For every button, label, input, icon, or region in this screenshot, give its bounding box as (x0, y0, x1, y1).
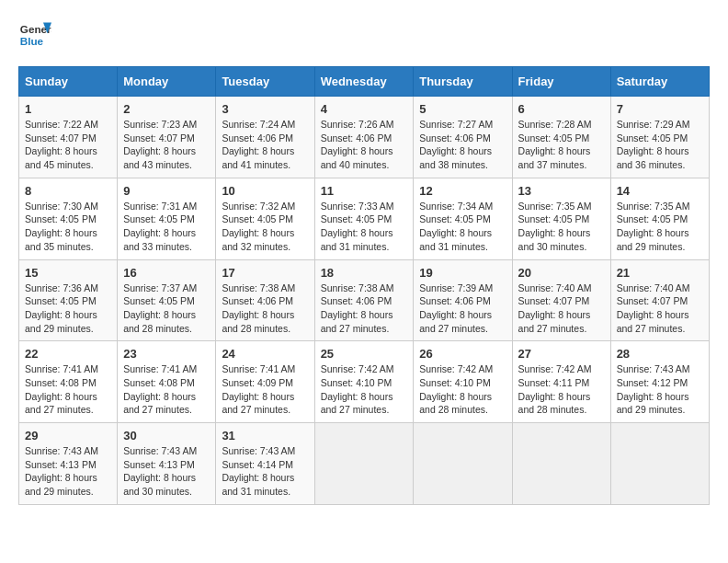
header-day: Tuesday (216, 67, 314, 97)
day-number: 15 (25, 266, 111, 280)
logo: General Blue (18, 18, 51, 52)
day-info: Sunrise: 7:34 AMSunset: 4:05 PMDaylight:… (419, 200, 506, 254)
day-number: 23 (123, 347, 210, 361)
calendar-day-cell: 25Sunrise: 7:42 AMSunset: 4:10 PMDayligh… (314, 341, 414, 423)
header-day: Saturday (610, 67, 709, 97)
calendar-day-cell: 6Sunrise: 7:28 AMSunset: 4:05 PMDaylight… (512, 97, 610, 178)
calendar-day-cell (314, 423, 414, 505)
header-day: Monday (118, 67, 216, 97)
calendar-day-cell (610, 423, 709, 505)
day-number: 1 (25, 102, 111, 116)
day-number: 17 (222, 266, 308, 280)
day-number: 3 (222, 102, 308, 116)
calendar-day-cell: 5Sunrise: 7:27 AMSunset: 4:06 PMDaylight… (414, 97, 512, 178)
day-info: Sunrise: 7:43 AMSunset: 4:13 PMDaylight:… (123, 444, 210, 499)
day-info: Sunrise: 7:40 AMSunset: 4:07 PMDaylight:… (518, 282, 605, 336)
calendar-day-cell: 28Sunrise: 7:43 AMSunset: 4:12 PMDayligh… (610, 341, 709, 423)
day-info: Sunrise: 7:30 AMSunset: 4:05 PMDaylight:… (25, 200, 111, 254)
day-info: Sunrise: 7:33 AMSunset: 4:05 PMDaylight:… (321, 200, 408, 254)
day-info: Sunrise: 7:41 AMSunset: 4:09 PMDaylight:… (222, 362, 308, 417)
day-number: 9 (123, 184, 210, 198)
header-day: Sunday (19, 67, 118, 97)
day-number: 6 (518, 102, 605, 116)
calendar-day-cell: 13Sunrise: 7:35 AMSunset: 4:05 PMDayligh… (512, 178, 610, 259)
day-info: Sunrise: 7:35 AMSunset: 4:05 PMDaylight:… (518, 200, 605, 254)
calendar-day-cell: 21Sunrise: 7:40 AMSunset: 4:07 PMDayligh… (610, 259, 709, 341)
day-info: Sunrise: 7:31 AMSunset: 4:05 PMDaylight:… (123, 200, 210, 254)
calendar-day-cell: 20Sunrise: 7:40 AMSunset: 4:07 PMDayligh… (512, 259, 610, 341)
header-day: Thursday (414, 67, 512, 97)
day-number: 27 (518, 347, 605, 361)
day-number: 26 (419, 347, 506, 361)
day-number: 10 (222, 184, 308, 198)
calendar-day-cell: 24Sunrise: 7:41 AMSunset: 4:09 PMDayligh… (216, 341, 314, 423)
day-number: 13 (518, 184, 605, 198)
day-info: Sunrise: 7:35 AMSunset: 4:05 PMDaylight:… (617, 200, 703, 254)
day-info: Sunrise: 7:42 AMSunset: 4:11 PMDaylight:… (518, 362, 605, 417)
day-number: 11 (321, 184, 408, 198)
calendar-day-cell: 8Sunrise: 7:30 AMSunset: 4:05 PMDaylight… (19, 178, 118, 259)
calendar-day-cell: 7Sunrise: 7:29 AMSunset: 4:05 PMDaylight… (610, 97, 709, 178)
calendar-day-cell: 9Sunrise: 7:31 AMSunset: 4:05 PMDaylight… (118, 178, 216, 259)
calendar-day-cell: 29Sunrise: 7:43 AMSunset: 4:13 PMDayligh… (19, 423, 118, 505)
calendar-day-cell: 2Sunrise: 7:23 AMSunset: 4:07 PMDaylight… (118, 97, 216, 178)
day-number: 21 (617, 266, 703, 280)
day-info: Sunrise: 7:41 AMSunset: 4:08 PMDaylight:… (25, 362, 111, 417)
day-info: Sunrise: 7:36 AMSunset: 4:05 PMDaylight:… (25, 282, 111, 336)
calendar-header: SundayMondayTuesdayWednesdayThursdayFrid… (19, 67, 710, 97)
day-number: 18 (321, 266, 408, 280)
calendar-day-cell: 30Sunrise: 7:43 AMSunset: 4:13 PMDayligh… (118, 423, 216, 505)
page-header: General Blue (18, 18, 710, 52)
day-info: Sunrise: 7:41 AMSunset: 4:08 PMDaylight:… (123, 362, 210, 417)
day-number: 24 (222, 347, 308, 361)
calendar-day-cell: 22Sunrise: 7:41 AMSunset: 4:08 PMDayligh… (19, 341, 118, 423)
day-number: 5 (419, 102, 506, 116)
calendar-day-cell (512, 423, 610, 505)
day-info: Sunrise: 7:42 AMSunset: 4:10 PMDaylight:… (321, 362, 408, 417)
svg-text:Blue: Blue (20, 35, 44, 47)
calendar-day-cell: 18Sunrise: 7:38 AMSunset: 4:06 PMDayligh… (314, 259, 414, 341)
day-number: 14 (617, 184, 703, 198)
calendar-week-row: 15Sunrise: 7:36 AMSunset: 4:05 PMDayligh… (19, 259, 710, 341)
day-number: 7 (617, 102, 703, 116)
day-number: 31 (222, 429, 308, 442)
day-info: Sunrise: 7:37 AMSunset: 4:05 PMDaylight:… (123, 282, 210, 336)
calendar-day-cell: 12Sunrise: 7:34 AMSunset: 4:05 PMDayligh… (414, 178, 512, 259)
header-day: Wednesday (314, 67, 414, 97)
day-info: Sunrise: 7:23 AMSunset: 4:07 PMDaylight:… (123, 118, 210, 172)
day-info: Sunrise: 7:22 AMSunset: 4:07 PMDaylight:… (25, 118, 111, 172)
day-info: Sunrise: 7:42 AMSunset: 4:10 PMDaylight:… (419, 362, 506, 417)
day-info: Sunrise: 7:40 AMSunset: 4:07 PMDaylight:… (617, 282, 703, 336)
header-day: Friday (512, 67, 610, 97)
day-number: 28 (617, 347, 703, 361)
day-number: 4 (321, 102, 408, 116)
logo-icon: General Blue (18, 18, 51, 52)
calendar-day-cell: 17Sunrise: 7:38 AMSunset: 4:06 PMDayligh… (216, 259, 314, 341)
day-number: 8 (25, 184, 111, 198)
day-number: 2 (123, 102, 210, 116)
day-number: 29 (25, 429, 111, 442)
header-row: SundayMondayTuesdayWednesdayThursdayFrid… (19, 67, 710, 97)
calendar-day-cell: 27Sunrise: 7:42 AMSunset: 4:11 PMDayligh… (512, 341, 610, 423)
calendar-body: 1Sunrise: 7:22 AMSunset: 4:07 PMDaylight… (19, 97, 710, 505)
calendar-table: SundayMondayTuesdayWednesdayThursdayFrid… (18, 66, 710, 505)
calendar-day-cell: 15Sunrise: 7:36 AMSunset: 4:05 PMDayligh… (19, 259, 118, 341)
calendar-day-cell: 26Sunrise: 7:42 AMSunset: 4:10 PMDayligh… (414, 341, 512, 423)
calendar-day-cell: 31Sunrise: 7:43 AMSunset: 4:14 PMDayligh… (216, 423, 314, 505)
day-info: Sunrise: 7:27 AMSunset: 4:06 PMDaylight:… (419, 118, 506, 172)
day-info: Sunrise: 7:38 AMSunset: 4:06 PMDaylight:… (222, 282, 308, 336)
day-number: 20 (518, 266, 605, 280)
calendar-week-row: 22Sunrise: 7:41 AMSunset: 4:08 PMDayligh… (19, 341, 710, 423)
calendar-day-cell: 16Sunrise: 7:37 AMSunset: 4:05 PMDayligh… (118, 259, 216, 341)
day-info: Sunrise: 7:32 AMSunset: 4:05 PMDaylight:… (222, 200, 308, 254)
day-number: 30 (123, 429, 210, 442)
calendar-day-cell: 19Sunrise: 7:39 AMSunset: 4:06 PMDayligh… (414, 259, 512, 341)
calendar-day-cell: 14Sunrise: 7:35 AMSunset: 4:05 PMDayligh… (610, 178, 709, 259)
day-info: Sunrise: 7:43 AMSunset: 4:12 PMDaylight:… (617, 362, 703, 417)
day-info: Sunrise: 7:28 AMSunset: 4:05 PMDaylight:… (518, 118, 605, 172)
day-number: 12 (419, 184, 506, 198)
calendar-week-row: 8Sunrise: 7:30 AMSunset: 4:05 PMDaylight… (19, 178, 710, 259)
day-info: Sunrise: 7:26 AMSunset: 4:06 PMDaylight:… (321, 118, 408, 172)
day-info: Sunrise: 7:29 AMSunset: 4:05 PMDaylight:… (617, 118, 703, 172)
day-number: 25 (321, 347, 408, 361)
